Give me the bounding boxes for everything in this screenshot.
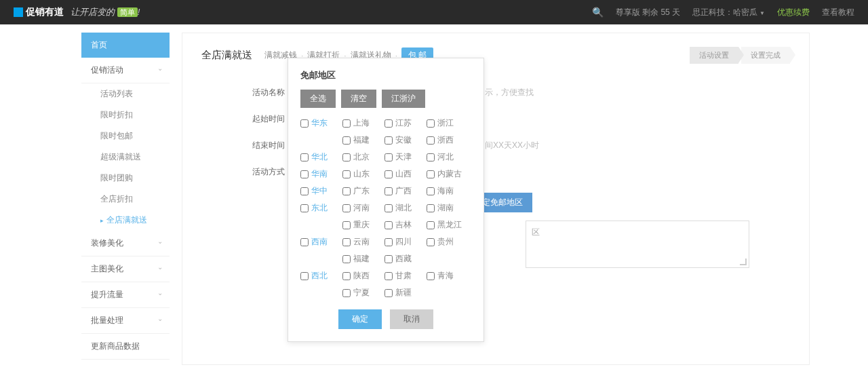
region-checkbox[interactable] [342, 187, 351, 195]
region-label[interactable]: 重庆 [353, 219, 370, 231]
region-group[interactable]: 华南 [300, 168, 338, 180]
region-checkbox[interactable] [427, 238, 435, 246]
region-group[interactable]: 西南 [300, 236, 338, 248]
region-item[interactable]: 江苏 [384, 117, 422, 129]
sidebar-promo[interactable]: 促销活动 [81, 58, 170, 83]
region-label[interactable]: 新疆 [395, 287, 412, 299]
region-checkbox[interactable] [300, 153, 309, 161]
region-item[interactable]: 湖南 [427, 202, 465, 214]
region-checkbox[interactable] [384, 204, 393, 212]
region-label[interactable]: 河北 [437, 151, 454, 163]
search-icon[interactable]: 🔍 [592, 7, 604, 18]
region-label[interactable]: 陕西 [353, 270, 370, 282]
region-checkbox[interactable] [342, 119, 351, 128]
region-label[interactable]: 湖南 [437, 202, 454, 214]
region-checkbox[interactable] [384, 289, 393, 297]
region-label[interactable]: 福建 [353, 134, 370, 146]
region-item[interactable]: 吉林 [384, 219, 422, 231]
region-item[interactable]: 广东 [342, 185, 380, 197]
region-checkbox[interactable] [427, 119, 435, 128]
region-label[interactable]: 宁夏 [353, 287, 370, 299]
region-label[interactable]: 海南 [437, 185, 454, 197]
renew-link[interactable]: 优惠续费 [777, 7, 810, 18]
region-checkbox[interactable] [384, 136, 393, 145]
region-checkbox[interactable] [427, 136, 435, 145]
region-label[interactable]: 上海 [353, 117, 370, 129]
region-label[interactable]: 西北 [311, 270, 328, 282]
region-item[interactable]: 广西 [384, 185, 422, 197]
cancel-button[interactable]: 取消 [390, 309, 433, 329]
sidebar-item[interactable]: 主图美化 [81, 256, 170, 282]
region-item[interactable]: 浙西 [427, 134, 465, 146]
tutorial-link[interactable]: 查看教程 [822, 7, 854, 18]
region-checkbox[interactable] [384, 153, 393, 161]
region-checkbox[interactable] [384, 119, 393, 128]
region-item[interactable]: 宁夏 [342, 287, 380, 299]
region-label[interactable]: 吉林 [395, 219, 412, 231]
region-label[interactable]: 云南 [353, 236, 370, 248]
region-label[interactable]: 贵州 [437, 236, 454, 248]
sidebar-subitem[interactable]: 限时折扣 [81, 104, 170, 126]
region-label[interactable]: 浙西 [437, 134, 454, 146]
region-label[interactable]: 河南 [353, 202, 370, 214]
region-checkbox[interactable] [384, 255, 393, 263]
sidebar-subitem[interactable]: 限时包邮 [81, 126, 170, 147]
region-checkbox[interactable] [300, 119, 309, 128]
region-label[interactable]: 安徽 [395, 134, 412, 146]
region-item[interactable]: 黑龙江 [427, 219, 465, 231]
region-item[interactable]: 北京 [342, 151, 380, 163]
sidebar-item[interactable]: 提升流量 [81, 282, 170, 308]
region-label[interactable]: 青海 [437, 270, 454, 282]
region-label[interactable]: 福建 [353, 253, 370, 265]
region-item[interactable]: 福建 [342, 253, 380, 265]
region-group[interactable]: 西北 [300, 270, 338, 282]
region-item[interactable]: 云南 [342, 236, 380, 248]
region-group[interactable]: 华东 [300, 117, 338, 129]
select-all-button[interactable]: 全选 [300, 90, 336, 108]
jzs-button[interactable]: 江浙沪 [382, 90, 425, 108]
region-label[interactable]: 北京 [353, 151, 370, 163]
sidebar-home[interactable]: 首页 [81, 33, 170, 58]
region-item[interactable]: 重庆 [342, 219, 380, 231]
region-checkbox[interactable] [427, 170, 435, 178]
region-item[interactable]: 四川 [384, 236, 422, 248]
region-checkbox[interactable] [384, 272, 393, 280]
region-checkbox[interactable] [342, 255, 351, 263]
region-item[interactable]: 浙江 [427, 117, 465, 129]
region-label[interactable]: 内蒙古 [437, 168, 462, 180]
region-checkbox[interactable] [384, 187, 393, 195]
region-item[interactable]: 安徽 [384, 134, 422, 146]
sidebar-subitem[interactable]: 全店折扣 [81, 189, 170, 210]
company-dropdown[interactable]: 思正科技：哈密瓜▼ [692, 7, 765, 18]
region-label[interactable]: 华中 [311, 185, 328, 197]
sidebar-item[interactable]: 批量处理 [81, 308, 170, 334]
region-checkbox[interactable] [342, 289, 351, 297]
region-item[interactable]: 山西 [384, 168, 422, 180]
sidebar-subitem[interactable]: 限时团购 [81, 168, 170, 189]
region-label[interactable]: 黑龙江 [437, 219, 462, 231]
region-label[interactable]: 江苏 [395, 117, 412, 129]
confirm-button[interactable]: 确定 [338, 309, 382, 329]
region-checkbox[interactable] [427, 153, 435, 161]
sidebar-subitem-active[interactable]: 全店满就送 [81, 210, 170, 231]
region-checkbox[interactable] [384, 170, 393, 178]
region-group[interactable]: 东北 [300, 202, 338, 214]
region-checkbox[interactable] [427, 187, 435, 195]
region-label[interactable]: 浙江 [437, 117, 454, 129]
region-label[interactable]: 甘肃 [395, 270, 412, 282]
region-item[interactable]: 西藏 [384, 253, 422, 265]
region-label[interactable]: 华北 [311, 151, 328, 163]
region-label[interactable]: 西藏 [395, 253, 412, 265]
region-item[interactable]: 海南 [427, 185, 465, 197]
region-item[interactable]: 山东 [342, 168, 380, 180]
region-label[interactable]: 东北 [311, 202, 328, 214]
region-checkbox[interactable] [342, 136, 351, 145]
region-item[interactable]: 河北 [427, 151, 465, 163]
region-checkbox[interactable] [342, 170, 351, 178]
region-group[interactable]: 华中 [300, 185, 338, 197]
region-textarea[interactable]: 区 [526, 221, 749, 268]
region-label[interactable]: 广东 [353, 185, 370, 197]
sidebar-subitem[interactable]: 活动列表 [81, 83, 170, 104]
region-item[interactable]: 内蒙古 [427, 168, 465, 180]
region-checkbox[interactable] [384, 221, 393, 229]
